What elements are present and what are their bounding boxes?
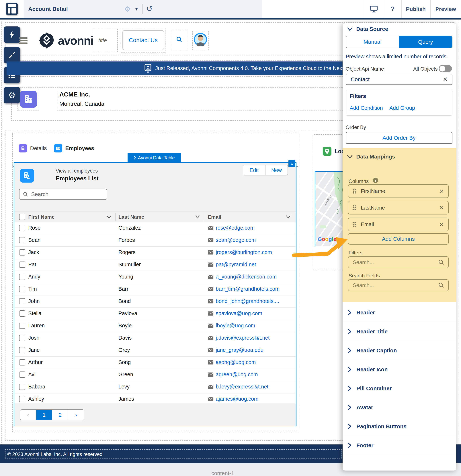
row-checkbox[interactable] (19, 298, 25, 304)
drag-handle-icon[interactable] (352, 188, 356, 194)
remove-column-icon[interactable]: ✕ (439, 221, 444, 228)
add-columns-button[interactable]: Add Columns (348, 233, 449, 245)
section-header-title[interactable]: Header Title (343, 322, 456, 341)
table-row[interactable]: AndyYoung a_young@dickenson.com (14, 271, 296, 283)
add-order-by-button[interactable]: Add Order By (346, 132, 453, 144)
email-link[interactable]: bond_john@grandhotels.... (216, 298, 279, 304)
clear-object-icon[interactable]: ✕ (443, 76, 448, 83)
drag-handle-icon[interactable] (352, 221, 356, 227)
row-checkbox[interactable] (19, 225, 25, 231)
row-checkbox[interactable] (19, 274, 25, 280)
theme-button[interactable] (4, 47, 20, 63)
email-link[interactable]: j.davis@expressl&t.net (216, 335, 270, 341)
email-link[interactable]: sean@edge.com (216, 237, 256, 243)
email-link[interactable]: b.levy@expressl&t.net (216, 384, 268, 390)
section-header-caption[interactable]: Header Caption (343, 341, 456, 360)
email-link[interactable]: rose@edge.com (216, 225, 255, 231)
chevron-down-icon[interactable] (286, 215, 291, 219)
table-row[interactable]: StellaPavlova spavlova@uog.com (14, 308, 296, 320)
title-placeholder-box[interactable]: title (92, 29, 118, 52)
builder-home-icon[interactable] (6, 3, 18, 15)
email-link[interactable]: agreen@uog.com (216, 372, 258, 377)
contact-us-button[interactable]: Contact Us (123, 30, 164, 50)
column-header-email[interactable]: Email (208, 214, 221, 220)
settings-button[interactable]: ⚙ (4, 87, 20, 103)
row-checkbox[interactable] (19, 372, 25, 378)
email-link[interactable]: barr_tim@grandhotels.com (216, 286, 280, 292)
column-pill[interactable]: FirstName✕ (348, 184, 449, 198)
row-checkbox[interactable] (19, 310, 25, 317)
manual-segment[interactable]: Manual (346, 36, 399, 48)
email-link[interactable]: spavlova@uog.com (216, 310, 262, 316)
table-row[interactable]: AviGreen agreen@uog.com (14, 369, 296, 381)
table-row[interactable]: JohnBond bond_john@grandhotels.... (14, 296, 296, 308)
email-link[interactable]: jrogers@burlington.com (216, 249, 272, 255)
remove-column-icon[interactable]: ✕ (439, 188, 444, 195)
chevron-down-icon[interactable] (195, 215, 200, 219)
page-settings-caret-icon[interactable]: ▾ (135, 6, 138, 12)
close-icon[interactable]: x (288, 160, 295, 167)
table-row[interactable]: PatStumuller pat@pyramid.net (14, 259, 296, 271)
remove-column-icon[interactable]: ✕ (439, 205, 444, 211)
search-fields-input[interactable]: Search... (348, 279, 449, 291)
hamburger-menu-icon[interactable] (19, 36, 27, 45)
drag-handle-icon[interactable] (352, 205, 356, 211)
table-row[interactable]: JoshDavis j.davis@expressl&t.net (14, 332, 296, 344)
section-pagination-buttons[interactable]: Pagination Buttons (343, 417, 456, 436)
object-api-name-input[interactable]: Contact ✕ (346, 74, 453, 85)
row-checkbox[interactable] (19, 286, 25, 292)
new-button[interactable]: New (265, 165, 288, 175)
info-icon[interactable]: i (373, 178, 378, 183)
row-checkbox[interactable] (19, 347, 25, 353)
device-preview-button[interactable] (364, 0, 384, 18)
preview-button[interactable]: Preview (430, 0, 461, 18)
table-row[interactable]: JaneGrey jane_gray@uoa.edu (14, 344, 296, 357)
column-pill[interactable]: LastName✕ (348, 201, 449, 214)
section-pill-container[interactable]: Pill Container (343, 379, 456, 398)
table-row[interactable]: RoseGonzalez rose@edge.com (14, 222, 296, 234)
publish-button[interactable]: Publish (401, 0, 430, 18)
column-header-first-name[interactable]: First Name (28, 214, 55, 220)
email-link[interactable]: a_young@dickenson.com (216, 274, 277, 280)
tab-details[interactable]: Details (19, 144, 47, 153)
avatar[interactable] (194, 33, 207, 46)
table-row[interactable]: JackRogers jrogers@burlington.com (14, 246, 296, 259)
page-button-2[interactable]: 2 (52, 410, 68, 420)
data-mappings-section-header[interactable]: Data Mappings (347, 153, 395, 160)
table-search-input[interactable]: Search (19, 189, 107, 200)
page-settings-gear-icon[interactable]: ⚙ (124, 5, 131, 13)
row-checkbox[interactable] (19, 359, 25, 366)
table-row[interactable]: LaurenBoyle lboyle@uog.com (14, 320, 296, 332)
table-row[interactable]: TimBarr barr_tim@grandhotels.com (14, 283, 296, 296)
column-pill[interactable]: Email✕ (348, 218, 449, 231)
add-condition-link[interactable]: Add Condition (350, 105, 383, 111)
next-page-button[interactable]: › (68, 410, 84, 420)
row-checkbox[interactable] (19, 323, 25, 329)
email-link[interactable]: jane_gray@uoa.edu (216, 347, 263, 353)
table-row[interactable]: BabaraLevy b.levy@expressl&t.net (14, 381, 296, 393)
email-link[interactable]: ajames@uog.com (216, 396, 258, 402)
page-button-1[interactable]: 1 (36, 410, 52, 420)
data-source-section-header[interactable]: Data Source (347, 26, 388, 32)
quick-actions-button[interactable] (4, 26, 20, 43)
mapping-filters-search-input[interactable]: Search... (348, 256, 449, 268)
refresh-icon[interactable]: ↻ (146, 4, 153, 13)
column-header-last-name[interactable]: Last Name (118, 214, 144, 220)
add-group-link[interactable]: Add Group (389, 105, 415, 111)
row-checkbox[interactable] (19, 237, 25, 243)
previous-page-button[interactable]: ‹ (20, 410, 36, 420)
search-icon[interactable] (176, 36, 182, 43)
section-footer[interactable]: Footer (343, 436, 456, 455)
help-button[interactable]: ? (384, 0, 401, 18)
row-checkbox[interactable] (19, 396, 25, 402)
section-avatar[interactable]: Avatar (343, 398, 456, 417)
select-all-checkbox[interactable] (19, 214, 25, 220)
table-row[interactable]: SeanForbes sean@edge.com (14, 234, 296, 246)
table-row[interactable]: ArthurSong asong@uog.com (14, 357, 296, 369)
query-segment[interactable]: Query (399, 36, 452, 48)
row-checkbox[interactable] (19, 384, 25, 390)
section-header-icon[interactable]: Header Icon (343, 360, 456, 379)
all-objects-toggle[interactable] (439, 65, 452, 72)
edit-button[interactable]: Edit (243, 165, 265, 175)
row-checkbox[interactable] (19, 262, 25, 268)
